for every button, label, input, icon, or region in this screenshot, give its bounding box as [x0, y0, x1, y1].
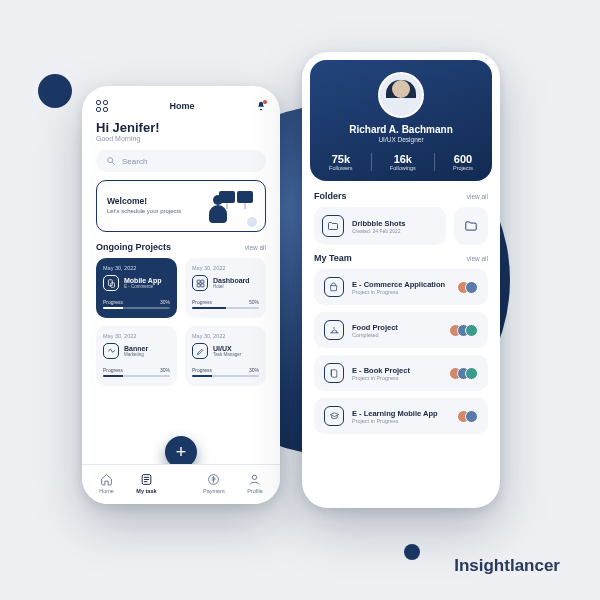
progress-percent: 30% — [249, 367, 259, 373]
project-grid: May 30, 2022 Mobile AppE - Commerce Prog… — [96, 258, 266, 386]
progress-percent: 30% — [160, 367, 170, 373]
stat-followers[interactable]: 75kFollowers — [329, 153, 353, 171]
folder-card-compact[interactable] — [454, 207, 488, 245]
team-avatars — [457, 281, 478, 294]
project-date: May 30, 2022 — [103, 333, 170, 339]
team-name: E - Book Project — [352, 366, 410, 375]
folder-icon — [322, 215, 344, 237]
page-title: Home — [169, 101, 194, 111]
home-screen: Home Hi Jenifer! Good Morning Search Wel… — [82, 86, 280, 504]
project-card[interactable]: May 30, 2022 UI/UXTask Manager Progress3… — [185, 326, 266, 386]
project-category: Marketing — [124, 352, 148, 357]
home-icon — [100, 473, 113, 486]
team-header: My Team — [314, 253, 352, 263]
view-all-link[interactable]: view all — [467, 193, 488, 200]
search-icon — [106, 156, 116, 166]
project-name: UI/UX — [213, 345, 241, 353]
pen-icon — [192, 343, 208, 359]
progress-bar — [192, 375, 259, 377]
project-name: Dashboard — [213, 277, 250, 285]
view-all-link[interactable]: view all — [467, 255, 488, 262]
project-date: May 30, 2022 — [192, 265, 259, 271]
food-icon — [324, 320, 344, 340]
project-card[interactable]: May 30, 2022 DashboardHotel Progress50% — [185, 258, 266, 318]
dashboard-icon — [192, 275, 208, 291]
menu-grid-icon[interactable] — [96, 100, 108, 112]
banner-icon — [103, 343, 119, 359]
folders-header: Folders — [314, 191, 347, 201]
profile-hero: Richard A. Bachmann UI/UX Designer 75kFo… — [310, 60, 492, 181]
sub-greeting: Good Morning — [96, 135, 266, 142]
notifications-icon[interactable] — [256, 101, 266, 111]
stat-value: 75k — [329, 153, 353, 165]
profile-icon — [248, 473, 261, 486]
nav-label: Home — [99, 488, 114, 494]
team-name: Food Project — [352, 323, 398, 332]
project-category: E - Commerce — [124, 284, 161, 289]
progress-label: Progress — [103, 299, 123, 305]
welcome-subtitle: Let's schedule your projects — [107, 208, 181, 216]
ongoing-header: Ongoing Projects — [96, 242, 171, 252]
svg-rect-5 — [200, 280, 203, 283]
team-name: E - Commerce Application — [352, 280, 445, 289]
welcome-illustration — [207, 189, 255, 223]
project-category: Task Manager — [213, 352, 241, 357]
project-card[interactable]: May 30, 2022 Mobile AppE - Commerce Prog… — [96, 258, 177, 318]
team-status: Completed — [352, 332, 398, 338]
stat-label: Followings — [390, 165, 416, 171]
profile-role: UI/UX Designer — [320, 136, 482, 143]
decor-dot — [404, 544, 420, 560]
project-category: Hotel — [213, 284, 250, 289]
search-placeholder: Search — [122, 157, 147, 166]
svg-rect-6 — [197, 283, 200, 286]
brand-label: Insightlancer — [454, 556, 560, 576]
nav-label: Payment — [203, 488, 225, 494]
progress-percent: 50% — [249, 299, 259, 305]
svg-point-10 — [253, 475, 257, 479]
progress-label: Progress — [103, 367, 123, 373]
nav-mytask[interactable]: My task — [136, 473, 156, 494]
progress-label: Progress — [192, 299, 212, 305]
stat-followings[interactable]: 16kFollowings — [390, 153, 416, 171]
stat-value: 16k — [390, 153, 416, 165]
team-status: Project in Progress — [352, 289, 445, 295]
project-name: Mobile App — [124, 277, 161, 285]
project-date: May 30, 2022 — [103, 265, 170, 271]
team-name: E - Learning Mobile App — [352, 409, 438, 418]
team-row[interactable]: E - Commerce ApplicationProject in Progr… — [314, 269, 488, 305]
nav-profile[interactable]: Profile — [247, 473, 263, 494]
svg-line-1 — [112, 162, 114, 164]
svg-rect-4 — [197, 280, 200, 283]
folder-date: Created: 24 Feb 2022 — [352, 228, 405, 234]
team-avatars — [449, 367, 478, 380]
progress-bar — [103, 375, 170, 377]
team-row[interactable]: E - Book ProjectProject in Progress — [314, 355, 488, 391]
welcome-card[interactable]: Welcome! Let's schedule your projects — [96, 180, 266, 232]
folder-card[interactable]: Dribbble ShotsCreated: 24 Feb 2022 — [314, 207, 446, 245]
avatar[interactable] — [378, 72, 424, 118]
project-name: Banner — [124, 345, 148, 353]
progress-label: Progress — [192, 367, 212, 373]
payment-icon — [207, 473, 220, 486]
greeting: Hi Jenifer! — [96, 120, 266, 135]
decor-dot — [38, 74, 72, 108]
learning-icon — [324, 406, 344, 426]
nav-payment[interactable]: Payment — [203, 473, 225, 494]
folder-icon — [464, 219, 478, 233]
nav-label: My task — [136, 488, 156, 494]
profile-name: Richard A. Bachmann — [320, 124, 482, 135]
bottom-nav: Home My task . Payment Profile — [82, 464, 280, 504]
folder-name: Dribbble Shots — [352, 219, 405, 228]
search-input[interactable]: Search — [96, 150, 266, 172]
team-row[interactable]: E - Learning Mobile AppProject in Progre… — [314, 398, 488, 434]
stat-projects[interactable]: 600Projects — [453, 153, 473, 171]
project-card[interactable]: May 30, 2022 BannerMarketing Progress30% — [96, 326, 177, 386]
svg-point-0 — [108, 158, 113, 163]
profile-screen: Richard A. Bachmann UI/UX Designer 75kFo… — [302, 52, 500, 508]
team-row[interactable]: Food ProjectCompleted — [314, 312, 488, 348]
svg-rect-7 — [200, 283, 203, 286]
welcome-title: Welcome! — [107, 196, 181, 206]
view-all-link[interactable]: view all — [245, 244, 266, 251]
project-date: May 30, 2022 — [192, 333, 259, 339]
nav-home[interactable]: Home — [99, 473, 114, 494]
